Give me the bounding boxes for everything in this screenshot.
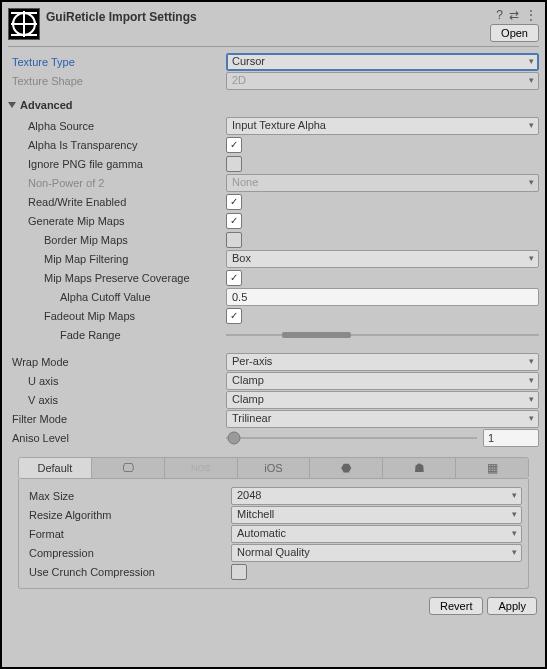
filter-mode-label: Filter Mode [8, 413, 226, 425]
advanced-header: Advanced [20, 99, 73, 111]
fadeout-mip-label: Fadeout Mip Maps [8, 310, 226, 322]
crunch-checkbox[interactable] [231, 564, 247, 580]
help-icon[interactable]: ? [496, 8, 503, 22]
alpha-cutoff-field[interactable]: 0.5 [226, 288, 539, 306]
read-write-label: Read/Write Enabled [8, 196, 226, 208]
texture-shape-label: Texture Shape [8, 75, 226, 87]
npo2-dropdown: None [226, 174, 539, 192]
format-label: Format [25, 528, 231, 540]
tab-ios[interactable]: iOS [238, 458, 311, 478]
compression-label: Compression [25, 547, 231, 559]
v-axis-dropdown[interactable]: Clamp [226, 391, 539, 409]
menu-icon[interactable]: ⋮ [525, 8, 537, 22]
inspector-panel: GuiReticle Import Settings ? ⇄ ⋮ Open Te… [0, 0, 547, 669]
crunch-label: Use Crunch Compression [25, 566, 231, 578]
resize-algo-dropdown[interactable]: Mitchell [231, 506, 522, 524]
console-icon: ⬣ [341, 461, 351, 475]
preserve-coverage-checkbox[interactable]: ✓ [226, 270, 242, 286]
mip-filter-dropdown[interactable]: Box [226, 250, 539, 268]
open-button[interactable]: Open [490, 24, 539, 42]
read-write-checkbox[interactable]: ✓ [226, 194, 242, 210]
u-axis-label: U axis [8, 375, 226, 387]
texture-type-dropdown[interactable]: Cursor [226, 53, 539, 71]
max-size-dropdown[interactable]: 2048 [231, 487, 522, 505]
filter-mode-dropdown[interactable]: Trilinear [226, 410, 539, 428]
alpha-source-dropdown[interactable]: Input Texture Alpha [226, 117, 539, 135]
gen-mip-label: Generate Mip Maps [8, 215, 226, 227]
divider [8, 46, 539, 47]
alpha-source-label: Alpha Source [8, 120, 226, 132]
alpha-transparency-label: Alpha Is Transparency [8, 139, 226, 151]
compression-dropdown[interactable]: Normal Quality [231, 544, 522, 562]
border-mip-label: Border Mip Maps [8, 234, 226, 246]
tab-web[interactable]: ▦ [456, 458, 528, 478]
fade-range-slider[interactable] [226, 328, 539, 342]
platform-settings: Max Size 2048 Resize Algorithm Mitchell … [18, 479, 529, 589]
wrap-mode-dropdown[interactable]: Per-axis [226, 353, 539, 371]
aniso-slider[interactable] [226, 431, 477, 445]
revert-button[interactable]: Revert [429, 597, 483, 615]
preset-icon[interactable]: ⇄ [509, 8, 519, 22]
tab-standalone[interactable]: 🖵 [92, 458, 165, 478]
advanced-foldout[interactable]: Advanced [8, 96, 539, 114]
resize-algo-label: Resize Algorithm [25, 509, 231, 521]
v-axis-label: V axis [8, 394, 226, 406]
ignore-png-gamma-checkbox[interactable] [226, 156, 242, 172]
footer: Revert Apply [8, 597, 539, 615]
alpha-cutoff-label: Alpha Cutoff Value [8, 291, 226, 303]
fade-range-label: Fade Range [8, 329, 226, 341]
texture-type-label: Texture Type [8, 56, 226, 68]
tab-ps[interactable]: ⬣ [310, 458, 383, 478]
monitor-icon: 🖵 [122, 461, 134, 475]
platform-tabs: Default 🖵 NOS iOS ⬣ ☗ ▦ [18, 457, 529, 479]
alpha-transparency-checkbox[interactable]: ✓ [226, 137, 242, 153]
tab-android[interactable]: ☗ [383, 458, 456, 478]
fadeout-mip-checkbox[interactable]: ✓ [226, 308, 242, 324]
asset-thumbnail [8, 8, 40, 40]
texture-shape-dropdown: 2D [226, 72, 539, 90]
wrap-mode-label: Wrap Mode [8, 356, 226, 368]
asset-title: GuiReticle Import Settings [46, 8, 197, 24]
header-buttons: ? ⇄ ⋮ Open [490, 8, 539, 42]
npo2-label: Non-Power of 2 [8, 177, 226, 189]
gen-mip-checkbox[interactable]: ✓ [226, 213, 242, 229]
ignore-png-gamma-label: Ignore PNG file gamma [8, 158, 226, 170]
format-dropdown[interactable]: Automatic [231, 525, 522, 543]
max-size-label: Max Size [25, 490, 231, 502]
aniso-field[interactable]: 1 [483, 429, 539, 447]
mip-filter-label: Mip Map Filtering [8, 253, 226, 265]
preserve-coverage-label: Mip Maps Preserve Coverage [8, 272, 226, 284]
web-icon: ▦ [487, 461, 498, 475]
apply-button[interactable]: Apply [487, 597, 537, 615]
tab-nos[interactable]: NOS [165, 458, 238, 478]
aniso-label: Aniso Level [8, 432, 226, 444]
foldout-arrow-icon [8, 102, 16, 108]
header: GuiReticle Import Settings ? ⇄ ⋮ Open [8, 8, 539, 42]
u-axis-dropdown[interactable]: Clamp [226, 372, 539, 390]
android-icon: ☗ [414, 461, 425, 475]
tab-default[interactable]: Default [19, 458, 92, 478]
border-mip-checkbox[interactable] [226, 232, 242, 248]
